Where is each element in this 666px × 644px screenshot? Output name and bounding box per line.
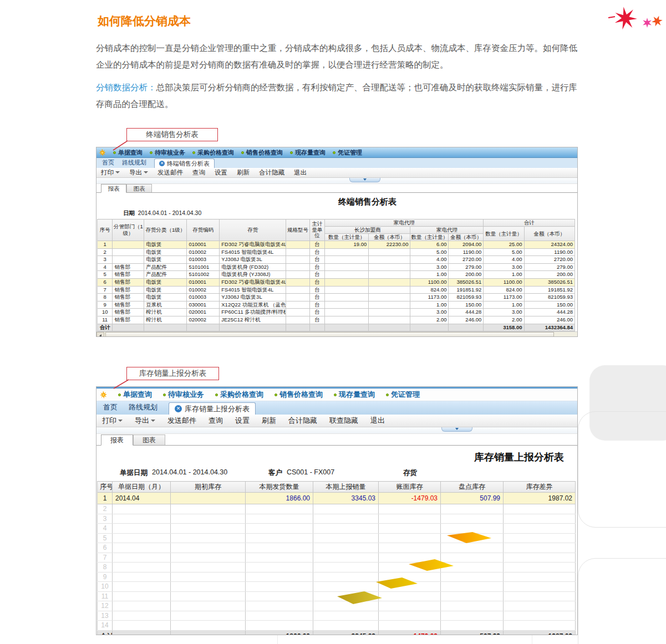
tab-home[interactable]: 首页 xyxy=(103,402,118,412)
query-button[interactable]: 查询 xyxy=(192,168,205,177)
tab-report[interactable]: 报表 xyxy=(101,435,133,446)
table-row[interactable]: 9 xyxy=(98,572,576,582)
tab-home[interactable]: 首页 xyxy=(102,159,114,167)
settings-button[interactable]: 设置 xyxy=(235,416,250,426)
table-row[interactable]: 6销售部电饭煲010001FD302 巧睿电脑版电饭煲4L台1100.00385… xyxy=(98,278,575,286)
table-row[interactable]: 8 xyxy=(98,563,576,573)
table-row[interactable]: 12 xyxy=(98,601,576,611)
table-cell: FS4015 智能电饭煲4L xyxy=(220,248,286,256)
table-cell xyxy=(113,504,171,514)
col-book-stock: 账面库存 xyxy=(379,482,441,493)
table-cell: 10 xyxy=(98,582,113,592)
table-cell xyxy=(113,241,144,249)
table-cell xyxy=(313,601,379,611)
table-cell xyxy=(441,504,504,514)
hide-total-button[interactable]: 合计隐藏 xyxy=(259,168,284,177)
query-button[interactable]: 查询 xyxy=(209,416,223,426)
table-row[interactable]: 6 xyxy=(98,543,576,553)
scroll-left-button[interactable] xyxy=(96,332,104,337)
send-mail-button[interactable]: 发送邮件 xyxy=(157,168,183,177)
table-row[interactable]: 12014.041866.003345.03-1479.03507.991987… xyxy=(98,493,576,504)
menu-item[interactable]: 采购价格查询 xyxy=(215,390,263,400)
table-row[interactable]: 13 xyxy=(98,611,576,621)
table-row[interactable]: 11销售部榨汁机020002JE25C12 榨汁机台2.00246.002.00… xyxy=(98,316,575,324)
table-row[interactable]: 11 xyxy=(98,591,576,601)
settings-button[interactable]: 设置 xyxy=(215,168,227,177)
table-cell xyxy=(313,524,379,534)
table-cell xyxy=(113,514,171,524)
table-cell xyxy=(171,543,246,553)
close-icon[interactable]: ✕ xyxy=(159,161,165,166)
close-icon[interactable]: ✕ xyxy=(175,405,182,412)
menu-item[interactable]: 采购价格查询 xyxy=(192,149,234,157)
table-cell xyxy=(379,543,441,553)
bullet-icon xyxy=(163,393,166,396)
menu-item[interactable]: 凭证管理 xyxy=(333,149,362,157)
exit-button[interactable]: 退出 xyxy=(294,168,307,177)
callout-connector-line xyxy=(110,140,132,151)
table-cell xyxy=(313,591,379,601)
menu-item[interactable]: 销售价格查询 xyxy=(241,149,283,157)
collapse-handle[interactable] xyxy=(349,178,380,182)
table-cell: 3 xyxy=(98,256,113,264)
table-row[interactable]: 7 xyxy=(98,553,576,563)
table-row[interactable]: 5销售部产品配件5101002电饭煲机身 (YJ308J)台1.00200.00… xyxy=(98,271,575,279)
menu-item[interactable]: 现存量查询 xyxy=(290,149,326,157)
tab-report[interactable]: 报表 xyxy=(101,184,126,193)
table-row[interactable]: 1电饭煲010001FD302 巧睿电脑版电饭煲4L台19.0022230.00… xyxy=(98,241,575,249)
gear-icon[interactable] xyxy=(100,391,107,398)
table-row[interactable]: 4销售部产品配件5101001电饭煲机身 (FD302)台3.00279.003… xyxy=(98,263,575,271)
table-row[interactable]: 5 xyxy=(98,533,576,543)
table-row[interactable]: 8销售部电饭煲010003YJ308J 电饭煲3L台1173.00821059.… xyxy=(98,294,575,301)
table-cell xyxy=(325,256,369,264)
menu-item[interactable]: 销售价格查询 xyxy=(274,390,323,400)
export-button[interactable]: 导出 xyxy=(135,416,155,426)
menu-item[interactable]: 现存量查询 xyxy=(334,390,375,400)
table-row[interactable]: 3电饭煲010003YJ308J 电饭煲3L台4.002720.004.0027… xyxy=(98,256,575,264)
table-row[interactable]: 9销售部豆浆机030001X12Q22 功能豆浆机 （蓝色）台1.00150.0… xyxy=(98,301,575,309)
horizontal-scrollbar[interactable] xyxy=(96,331,577,337)
paragraph-lead: 分销数据分析： xyxy=(96,83,156,92)
table-row[interactable]: 2电饭煲010002FS4015 智能电饭煲4L台5.001190.005.00… xyxy=(98,248,575,256)
menu-item[interactable]: 待审核业务 xyxy=(163,390,204,400)
table-footer: 合计 1866.00 3345.03 -1479.03 507.99 1987.… xyxy=(98,630,576,635)
menu-item[interactable]: 凭证管理 xyxy=(386,390,420,400)
hide-total-button[interactable]: 合计隐藏 xyxy=(288,416,317,426)
table-cell: 1866.00 xyxy=(246,493,313,504)
tab-active-report[interactable]: ✕终端销售分析表 xyxy=(154,159,215,168)
gear-icon[interactable] xyxy=(99,149,106,156)
menu-item[interactable]: 单据查询 xyxy=(118,390,152,400)
refresh-button[interactable]: 刷新 xyxy=(262,416,276,426)
table-cell: 5 xyxy=(98,271,113,279)
tab-route-planning[interactable]: 路线规划 xyxy=(129,402,157,412)
tab-chart[interactable]: 图表 xyxy=(126,184,152,192)
report-title: 库存销量上报分析表 xyxy=(96,451,577,464)
paragraph: 分销数据分析：总部决策层可分析分销商的经营数据，有利按销定产、合理配送等；也可准… xyxy=(96,79,579,113)
table-row[interactable]: 14 xyxy=(98,621,576,631)
exit-button[interactable]: 退出 xyxy=(370,416,385,426)
hide-drill-button[interactable]: 联查隐藏 xyxy=(329,416,358,426)
table-row[interactable]: 10 xyxy=(98,582,576,592)
bullet-icon xyxy=(334,393,337,396)
table-row[interactable]: 10销售部榨汁机020001FP60C11 多功能搅拌/料理机台3.00444.… xyxy=(98,309,575,316)
scrollbar-thumb[interactable] xyxy=(105,332,554,337)
table-cell: 产品配件 xyxy=(144,271,187,279)
table-row[interactable]: 4 xyxy=(98,524,576,534)
collapse-handle[interactable] xyxy=(441,427,472,432)
table-cell: 12 xyxy=(98,601,113,611)
refresh-button[interactable]: 刷新 xyxy=(237,168,250,177)
print-button[interactable]: 打印 xyxy=(102,416,123,426)
table-row[interactable]: 3 xyxy=(98,514,576,524)
print-button[interactable]: 打印 xyxy=(101,168,120,177)
menu-item[interactable]: 待审核业务 xyxy=(150,149,185,157)
table-cell xyxy=(171,582,246,592)
tab-route-planning[interactable]: 路线规划 xyxy=(122,159,146,167)
table-row[interactable]: 2 xyxy=(98,504,576,514)
tab-active-report[interactable]: ✕库存销量上报分析表 xyxy=(169,402,256,415)
tab-chart[interactable]: 图表 xyxy=(133,435,165,445)
export-button[interactable]: 导出 xyxy=(129,168,148,177)
send-mail-button[interactable]: 发送邮件 xyxy=(167,416,196,426)
table-row[interactable]: 7销售部电饭煲010002FS4015 智能电饭煲4L台824.00191851… xyxy=(98,286,575,294)
table-cell xyxy=(113,563,171,573)
table-cell xyxy=(369,271,410,279)
